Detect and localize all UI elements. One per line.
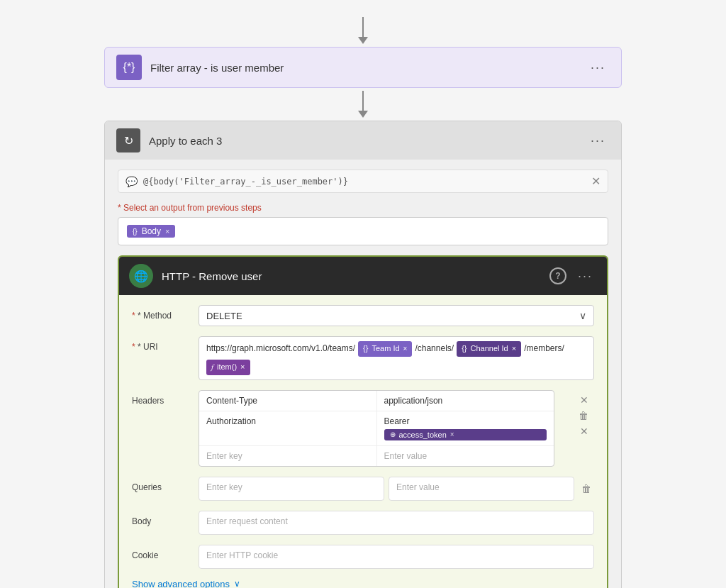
team-id-label: Team Id bbox=[372, 342, 399, 356]
queries-control: Enter key Enter value 🗑 bbox=[199, 477, 594, 501]
queries-row: Queries Enter key Enter value 🗑 bbox=[132, 477, 594, 501]
queries-label: Queries bbox=[132, 477, 189, 492]
body-placeholder: Enter request content bbox=[206, 516, 288, 526]
body-label: Body bbox=[132, 511, 189, 526]
fx-remove[interactable]: × bbox=[240, 360, 245, 375]
apply-block-menu[interactable]: ··· bbox=[586, 132, 610, 150]
channels-text: /channels/ bbox=[415, 341, 454, 357]
header-val-placeholder: Enter value bbox=[384, 451, 428, 461]
cookie-row: Cookie Enter HTTP cookie bbox=[132, 545, 594, 569]
header-val-inner-2: Bearer ⊕ access_token × bbox=[384, 416, 547, 440]
apply-block-header: ↻ Apply to each 3 ··· bbox=[105, 121, 621, 160]
expression-text: @{body('Filter_array_-_is_user_member')} bbox=[143, 177, 348, 187]
header-key-placeholder: Enter key bbox=[206, 451, 242, 461]
method-dropdown[interactable]: DELETE ∨ bbox=[199, 305, 594, 326]
team-id-icon: {} bbox=[363, 342, 368, 356]
headers-table: Content-Type application/json Authorizat… bbox=[199, 390, 554, 467]
headers-row: Headers Content-Type application/json bbox=[132, 390, 594, 467]
http-block-header: 🌐 HTTP - Remove user ? ··· bbox=[119, 257, 607, 295]
headers-row-empty: Enter key Enter value bbox=[199, 446, 554, 466]
queries-fields: Enter key Enter value 🗑 bbox=[199, 477, 594, 501]
headers-row-1: Content-Type application/json bbox=[199, 391, 554, 411]
body-tag: {} Body × bbox=[127, 225, 175, 238]
uri-field[interactable]: https://graph.microsoft.com/v1.0/teams/ … bbox=[199, 336, 594, 380]
channel-id-remove[interactable]: × bbox=[512, 342, 516, 356]
header-action-buttons: ✕ 🗑 ✕ bbox=[559, 390, 594, 441]
filter-block-menu[interactable]: ··· bbox=[586, 59, 610, 77]
team-id-remove[interactable]: × bbox=[403, 343, 408, 355]
method-label: * * Method bbox=[132, 305, 189, 321]
body-input[interactable]: Enter request content bbox=[199, 511, 594, 535]
apply-icon-symbol: ↻ bbox=[124, 134, 133, 148]
comment-icon: 💬 bbox=[125, 176, 138, 187]
globe-symbol: 🌐 bbox=[134, 270, 148, 283]
apply-block-title: Apply to each 3 bbox=[149, 135, 222, 147]
headers-control: Content-Type application/json Authorizat… bbox=[199, 390, 594, 467]
uri-control: https://graph.microsoft.com/v1.0/teams/ … bbox=[199, 336, 594, 380]
method-control: DELETE ∨ bbox=[199, 305, 594, 326]
apply-header-left: ↻ Apply to each 3 bbox=[116, 128, 222, 152]
queries-key-input[interactable]: Enter key bbox=[199, 477, 384, 501]
body-control: Enter request content bbox=[199, 511, 594, 535]
header-val-2: Bearer ⊕ access_token × bbox=[377, 411, 554, 445]
filter-icon: {*} bbox=[116, 55, 142, 80]
body-tag-icon: {} bbox=[133, 228, 138, 235]
apply-to-each-block: ↻ Apply to each 3 ··· 💬 @{body('Filter_a… bbox=[104, 121, 622, 588]
headers-outer: Content-Type application/json Authorizat… bbox=[199, 390, 594, 467]
body-tag-remove[interactable]: × bbox=[165, 227, 169, 235]
header-delete-row1-button[interactable]: ✕ bbox=[577, 393, 591, 407]
filter-block-title: Filter array - is user member bbox=[150, 62, 284, 74]
cookie-input[interactable]: Enter HTTP cookie bbox=[199, 545, 594, 569]
queries-key-placeholder: Enter key bbox=[206, 482, 242, 492]
connector-arrow-top bbox=[358, 17, 368, 44]
cookie-control: Enter HTTP cookie bbox=[199, 545, 594, 569]
filter-icon-symbol: {*} bbox=[123, 61, 135, 74]
access-token-remove[interactable]: × bbox=[450, 431, 454, 438]
channel-id-icon: {} bbox=[462, 342, 467, 356]
header-key-1: Content-Type bbox=[199, 391, 377, 411]
team-id-tag: {} Team Id × bbox=[358, 341, 412, 357]
filter-array-block: {*} Filter array - is user member ··· bbox=[104, 47, 622, 88]
apply-block-content: 💬 @{body('Filter_array_-_is_user_member'… bbox=[105, 160, 621, 588]
headers-label: Headers bbox=[132, 390, 189, 406]
access-token-label: access_token bbox=[399, 431, 447, 439]
http-block: 🌐 HTTP - Remove user ? ··· * * Method bbox=[118, 255, 608, 588]
expr-close-button[interactable]: ✕ bbox=[591, 174, 601, 188]
header-key-empty[interactable]: Enter key bbox=[199, 446, 377, 466]
filter-block-left: {*} Filter array - is user member bbox=[116, 55, 284, 80]
access-token-icon: ⊕ bbox=[390, 431, 396, 438]
uri-prefix-text: https://graph.microsoft.com/v1.0/teams/ bbox=[206, 341, 355, 357]
cookie-label: Cookie bbox=[132, 545, 189, 560]
apply-icon: ↻ bbox=[116, 128, 140, 152]
method-row: * * Method DELETE ∨ bbox=[132, 305, 594, 326]
http-form: * * Method DELETE ∨ * * URI bbox=[119, 295, 607, 588]
http-block-title: HTTP - Remove user bbox=[162, 270, 262, 282]
http-globe-icon: 🌐 bbox=[129, 264, 153, 288]
uri-row: * * URI https://graph.microsoft.com/v1.0… bbox=[132, 336, 594, 380]
channel-id-tag: {} Channel Id × bbox=[457, 341, 521, 357]
main-canvas: {*} Filter array - is user member ··· ↻ … bbox=[0, 0, 726, 588]
queries-delete-button[interactable]: 🗑 bbox=[579, 482, 594, 496]
method-chevron-icon: ∨ bbox=[579, 310, 586, 321]
cookie-placeholder: Enter HTTP cookie bbox=[206, 550, 278, 560]
http-header-left: 🌐 HTTP - Remove user bbox=[129, 264, 262, 288]
body-tag-label: Body bbox=[142, 226, 161, 236]
show-advanced-button[interactable]: Show advanced options ∨ bbox=[132, 579, 240, 588]
select-output-label: * Select an output from previous steps bbox=[118, 203, 608, 213]
header-delete-row2-button[interactable]: ✕ bbox=[577, 424, 591, 438]
fx-label: item() bbox=[217, 360, 237, 375]
connector-arrow-middle bbox=[358, 91, 368, 118]
http-header-right: ? ··· bbox=[549, 267, 597, 285]
http-help-button[interactable]: ? bbox=[549, 267, 566, 284]
tags-container[interactable]: {} Body × bbox=[118, 217, 608, 245]
body-row: Body Enter request content bbox=[132, 511, 594, 535]
expr-left: 💬 @{body('Filter_array_-_is_user_member'… bbox=[125, 176, 348, 187]
header-key-2: Authorization bbox=[199, 411, 377, 445]
http-block-menu[interactable]: ··· bbox=[574, 267, 597, 285]
members-text: /members/ bbox=[524, 341, 564, 357]
header-val-empty[interactable]: Enter value bbox=[377, 446, 554, 466]
header-delete-icon-row1[interactable]: 🗑 bbox=[576, 409, 591, 423]
bearer-text: Bearer bbox=[384, 416, 547, 426]
queries-value-input[interactable]: Enter value bbox=[389, 477, 574, 501]
fx-tag: 𝑓 item() × bbox=[206, 360, 250, 375]
